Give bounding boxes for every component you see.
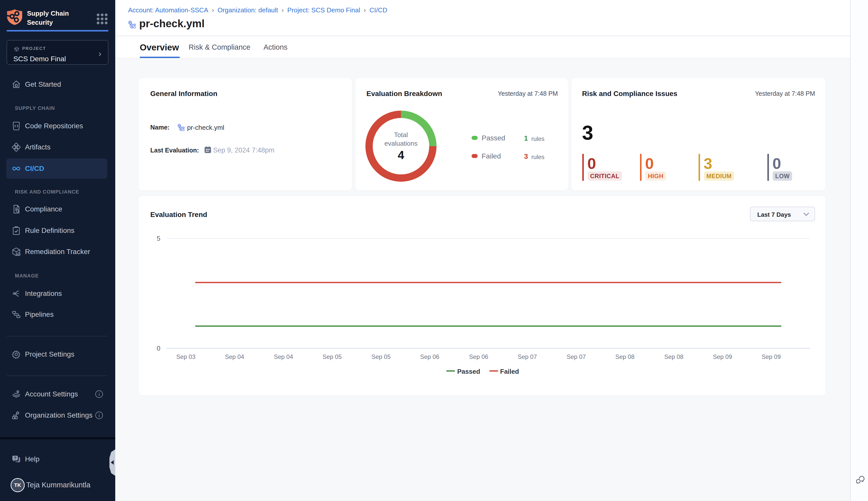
svg-text:Sep 07: Sep 07 [518,353,537,360]
svg-text:4: 4 [398,148,404,161]
svg-text:Sep 07: Sep 07 [567,353,586,360]
svg-text:Sep 04: Sep 04 [225,353,244,360]
svg-text:Sep 05: Sep 05 [372,353,391,360]
svg-text:?: ? [14,456,16,460]
svg-text:Sep 03: Sep 03 [176,353,196,360]
svg-text:Sep 04: Sep 04 [274,353,293,360]
svg-text:Sep 08: Sep 08 [664,353,683,360]
svg-text:0: 0 [157,344,160,352]
svg-text:Sep 05: Sep 05 [323,353,342,360]
svg-text:Sep 08: Sep 08 [615,353,635,360]
svg-text:Sep 09: Sep 09 [762,353,781,360]
svg-text:5: 5 [157,235,160,242]
svg-text:Sep 09: Sep 09 [713,353,732,360]
svg-text:Passed: Passed [457,368,480,375]
svg-text:Sep 06: Sep 06 [420,353,439,360]
svg-text:Failed: Failed [500,368,519,375]
svg-text:Sep 06: Sep 06 [469,353,488,360]
